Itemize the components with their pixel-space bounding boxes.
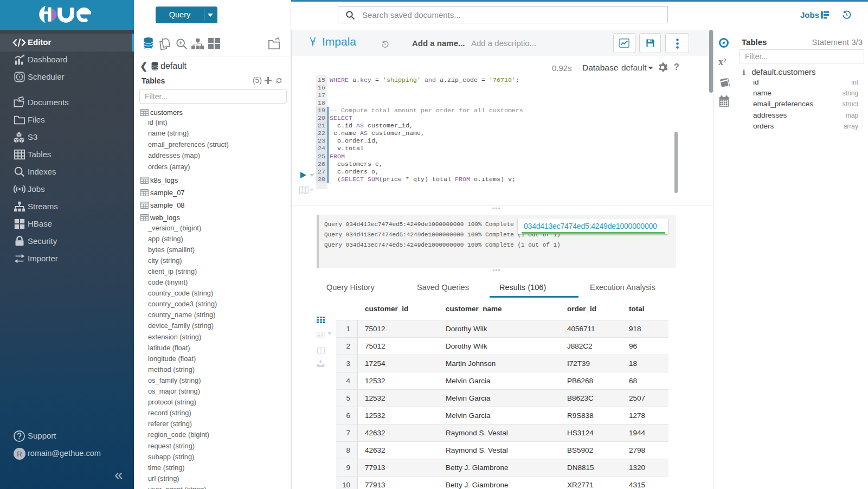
- svg-text:R: R: [17, 450, 22, 458]
